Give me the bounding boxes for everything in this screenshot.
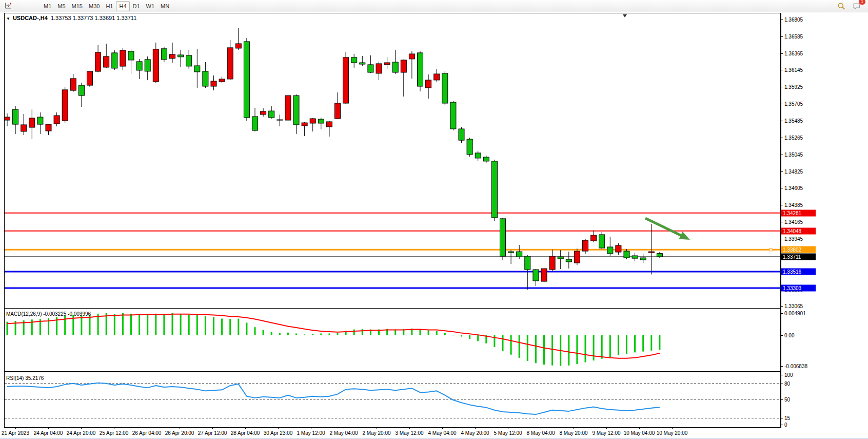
price-axis-label: 100 [784, 372, 793, 378]
time-axis-label: 26 Apr 20:00 [165, 430, 194, 436]
price-axis-tick [781, 375, 783, 375]
macd-bar [634, 335, 636, 352]
macd-bar [106, 313, 107, 335]
price-axis-label: 0.00 [784, 333, 794, 338]
rsi-pane[interactable] [4, 372, 781, 428]
macd-bar [502, 335, 504, 351]
macd-bar [213, 317, 214, 335]
search-button[interactable] [835, 1, 847, 12]
price-axis-tick [781, 313, 783, 314]
time-axis-label: 10 May 20:00 [657, 430, 688, 436]
timeframe-button-m5[interactable]: M5 [54, 1, 68, 11]
time-axis-label: 9 May 12:00 [592, 430, 620, 436]
macd-bar [221, 319, 223, 335]
collapse-triangle-icon[interactable]: ▼ [6, 16, 10, 21]
macd-bar [337, 333, 339, 335]
candle [541, 268, 547, 283]
candle [491, 160, 497, 221]
macd-bar [650, 335, 652, 351]
price-axis-label: 50 [784, 397, 790, 403]
timeframe-button-d1[interactable]: D1 [130, 1, 143, 11]
candle [574, 249, 580, 265]
time-axis-label: 24 Apr 04:00 [34, 430, 63, 436]
timeframe-button-m15[interactable]: M15 [69, 1, 86, 11]
candle [467, 138, 472, 157]
search-icon [837, 2, 845, 10]
candle [112, 50, 117, 70]
macd-bar [593, 335, 595, 360]
support-line-2-price-tag: 1.33303 [781, 285, 816, 292]
notification-badge: 1 [858, 0, 866, 5]
macd-bar [188, 315, 190, 335]
macd-bar [279, 333, 281, 335]
resistance-line-1-price-tag: 1.34281 [781, 210, 816, 217]
macd-bar [205, 316, 206, 335]
main-chart-pane[interactable] [4, 13, 781, 309]
macd-bar [461, 335, 462, 337]
time-axis-tick [180, 428, 180, 429]
time-axis-tick [48, 428, 49, 429]
candle [285, 94, 291, 121]
time-axis[interactable]: 21 Apr 202324 Apr 04:0024 Apr 20:0025 Ap… [4, 428, 781, 438]
bid-price-line-price-tag: 1.33711 [781, 254, 816, 260]
timeframe-button-w1[interactable]: W1 [143, 1, 158, 11]
macd-bar [196, 315, 198, 335]
macd-bar [229, 319, 231, 335]
price-axis-tick [781, 70, 783, 70]
time-axis-label: 4 May 04:00 [428, 430, 456, 436]
macd-pane[interactable] [4, 308, 781, 372]
auto-scroll-button[interactable] [2, 0, 41, 11]
timeframe-button-m30[interactable]: M30 [86, 1, 103, 11]
price-axis-tick [781, 20, 783, 20]
price-axis-tick [781, 53, 783, 54]
price-axis-label: 1.36585 [784, 34, 803, 40]
timeframe-button-h4[interactable]: H4 [116, 1, 129, 11]
price-axis-label: 1.34605 [784, 185, 803, 191]
price-axis-tick [781, 418, 783, 418]
chart-title: ▼USDCAD-,H4 1.33753 1.33773 1.33691 1.33… [6, 15, 136, 21]
macd-bar [263, 330, 264, 335]
price-axis-label: 1.36365 [784, 51, 803, 56]
macd-bar [543, 335, 545, 365]
macd-bar [551, 335, 553, 366]
time-axis-label: 21 Apr 2023 [2, 430, 29, 436]
toolbar-right-group: 1 [835, 1, 866, 12]
time-axis-label: 3 May 12:00 [395, 430, 423, 436]
macd-bar [180, 314, 182, 335]
macd-bar [139, 315, 140, 335]
time-axis-tick [442, 428, 443, 429]
candle [442, 71, 448, 105]
mt4-window: { "toolbar": { "left_items": [ {"kind":"… [0, 0, 868, 439]
price-axis-tick [781, 399, 783, 400]
toolbar: 新订单自动交易EFAT M1M5M15M30H1H4D1W1MN 1 [0, 0, 868, 12]
macd-bar [527, 335, 528, 361]
timeframe-button-m1[interactable]: M1 [41, 1, 54, 11]
timeframe-button-mn[interactable]: MN [157, 1, 172, 11]
price-axis-tick [781, 171, 783, 172]
timeframe-button-h1[interactable]: H1 [103, 1, 116, 11]
time-axis-tick [574, 428, 574, 429]
time-axis-tick [344, 428, 344, 429]
time-axis-tick [606, 428, 607, 429]
macd-bar [295, 333, 297, 335]
macd-bar [576, 335, 578, 364]
chart-window[interactable]: ▼USDCAD-,H4 1.33753 1.33773 1.33691 1.33… [0, 12, 868, 439]
time-axis-tick [672, 428, 673, 429]
price-axis-tick [781, 366, 783, 367]
price-axis-label: -0.006838 [784, 364, 807, 369]
price-axis-tick [781, 205, 783, 205]
price-axis-label: 1.35705 [784, 101, 803, 107]
macd-bar [428, 330, 429, 335]
price-axis-label: 1.33945 [784, 236, 803, 242]
auto-scroll-icon [4, 2, 12, 10]
pivot-line-handle[interactable] [770, 249, 772, 251]
candle [450, 101, 456, 130]
time-axis-tick [245, 428, 246, 429]
time-axis-tick [114, 428, 114, 429]
chat-button[interactable]: 1 [851, 1, 863, 12]
candle [500, 218, 506, 260]
time-axis-label: 28 Apr 04:00 [231, 430, 260, 436]
time-axis-label: 5 May 12:00 [494, 430, 522, 436]
time-axis-label: 4 May 20:00 [461, 430, 489, 436]
candle [244, 38, 249, 121]
